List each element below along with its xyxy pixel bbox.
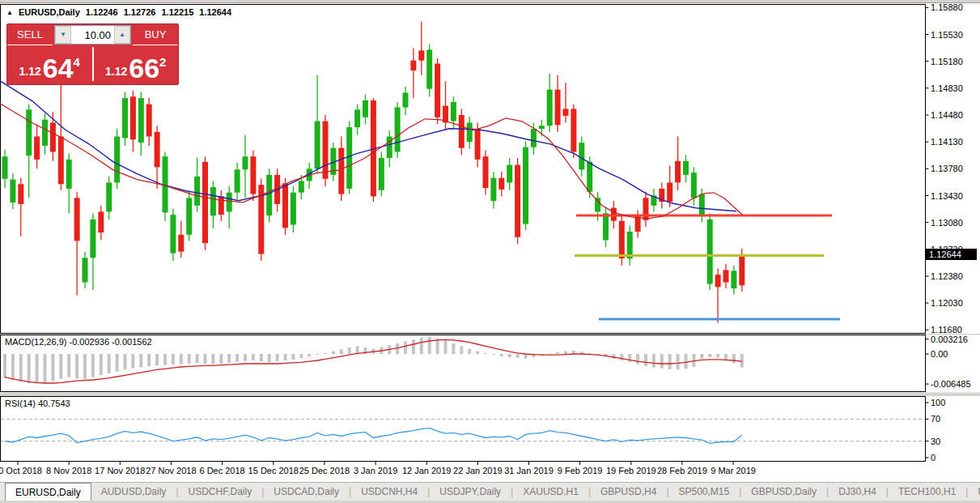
svg-text:9 Mar 2019: 9 Mar 2019 [711,466,756,475]
candle-body [130,96,136,139]
svg-text:3 Jan 2019: 3 Jan 2019 [354,466,397,475]
rsi-indicator-label: RSI(14) 40.7543 [5,399,70,408]
tab-xauusd-h1[interactable]: XAUUSD,H1 [513,483,588,501]
svg-text:0: 0 [931,453,935,463]
tab-usdchf-daily[interactable]: USDCHF,Daily [179,483,262,501]
candle-body [34,137,40,160]
svg-text:17 Nov 2018: 17 Nov 2018 [95,466,145,475]
candle-body [250,156,256,194]
tab-gbpusd-h4[interactable]: GBPUSD,H4 [591,483,666,501]
candle-body [218,196,224,215]
tab-usdcnh-h4[interactable]: USDCNH,H4 [351,483,427,501]
candle-body [403,93,409,108]
candle-body [459,115,465,148]
svg-text:19 Feb 2019: 19 Feb 2019 [606,466,656,475]
candle-body [42,120,48,146]
collapse-icon[interactable]: ▲ [6,9,13,16]
tab-usdjpy-daily[interactable]: USDJPY,Daily [430,483,511,501]
buy-button[interactable]: BUY [133,24,178,45]
svg-text:1.14130: 1.14130 [931,137,963,147]
candle-body [178,235,184,252]
tab-sp500-m15[interactable]: SP500,M15 [669,483,740,501]
candle-body [410,61,416,70]
chart-tab-bar: EURUSD,DailyAUDUSD,Daily|USDCHF,Daily|US… [0,482,980,501]
quote-header: ▲ EURUSD,Daily 1.12246 1.12726 1.12215 1… [6,7,235,17]
tab-gbpusd-daily[interactable]: GBPUSD,Daily [741,483,826,501]
svg-text:1.14830: 1.14830 [931,83,963,93]
candle-body [451,102,456,121]
candle-body [667,182,672,202]
svg-text:30: 30 [931,437,940,446]
ask-price-button[interactable]: 1.12 66 2 [94,45,179,83]
svg-text:25 Dec 2018: 25 Dec 2018 [299,466,350,475]
candle-body [547,90,553,126]
macd-indicator-label: MACD(12,26,9) -0.002936 -0.001562 [5,337,152,347]
tab-eurusd-daily[interactable]: EURUSD,Daily [5,483,91,501]
candle-body [299,181,304,193]
candle-body [10,180,15,202]
svg-text:22 Jan 2019: 22 Jan 2019 [453,466,503,475]
rsi-axis: 10070300 [926,398,946,463]
svg-text:1.13430: 1.13430 [931,191,963,201]
candle-body [603,213,609,240]
candle-body [235,169,240,192]
volume-input[interactable]: 10.00 [71,26,114,44]
candle-body [467,123,473,143]
candle-body [619,221,625,258]
candle-body [579,143,584,169]
candle-body [66,160,72,189]
candle-body [122,98,128,138]
tab-audusd-daily[interactable]: AUDUSD,Daily [91,483,176,501]
candle-body [346,127,352,189]
candle-body [515,165,520,237]
tab-dj30-h4[interactable]: DJ30,H4 [829,483,886,501]
volume-down-icon[interactable]: ▼ [55,26,71,44]
quote-low: 1.12215 [162,7,194,17]
candle-body [635,216,641,232]
tab-tech100-h1[interactable]: TECH100,H1 [889,483,965,501]
candle-body [571,109,576,151]
svg-text:1.12380: 1.12380 [931,271,963,281]
svg-text:15 Dec 2018: 15 Dec 2018 [248,466,299,475]
candle-body [114,137,120,183]
candle-body [106,182,112,211]
tab-ukc[interactable]: UKC [968,483,980,501]
volume-up-icon[interactable]: ▲ [114,26,130,44]
bid-price-button[interactable]: 1.12 64 4 [7,45,92,83]
candle-body [395,108,401,152]
quote-open: 1.12246 [86,7,118,17]
candle-body [194,177,200,206]
candle-body [683,161,689,175]
candle-body [490,178,496,201]
ask-pip-digit: 2 [159,55,166,69]
svg-text:1.12030: 1.12030 [931,298,963,308]
candle-body [26,109,32,156]
svg-text:1.15880: 1.15880 [931,2,963,12]
candle-body [699,194,705,216]
candle-body [18,184,23,204]
svg-text:100: 100 [931,398,945,407]
candle-body [315,121,320,169]
svg-text:9 Feb 2019: 9 Feb 2019 [558,466,603,475]
candle-body [507,165,512,183]
candle-body [475,129,481,160]
quote-close: 1.12644 [199,7,231,17]
candle-body [587,162,592,192]
candle-body [675,161,681,183]
candle-body [243,156,248,169]
candle-body [58,137,64,185]
candle-body [555,90,561,126]
bid-prefix: 1.12 [19,65,41,78]
candle-body [323,121,329,179]
svg-text:1.11680: 1.11680 [931,325,962,335]
tab-usdcad-daily[interactable]: USDCAD,Daily [264,483,349,501]
candle-body [98,211,104,232]
candle-body [691,173,697,198]
date-axis: 30 Oct 20188 Nov 201817 Nov 201827 Nov 2… [0,462,756,475]
svg-text:1.14480: 1.14480 [931,110,963,120]
sell-button[interactable]: SELL [7,24,53,45]
candle-body [363,100,368,117]
svg-text:70: 70 [931,414,940,424]
candle-body [723,270,729,282]
candle-body [498,178,504,190]
